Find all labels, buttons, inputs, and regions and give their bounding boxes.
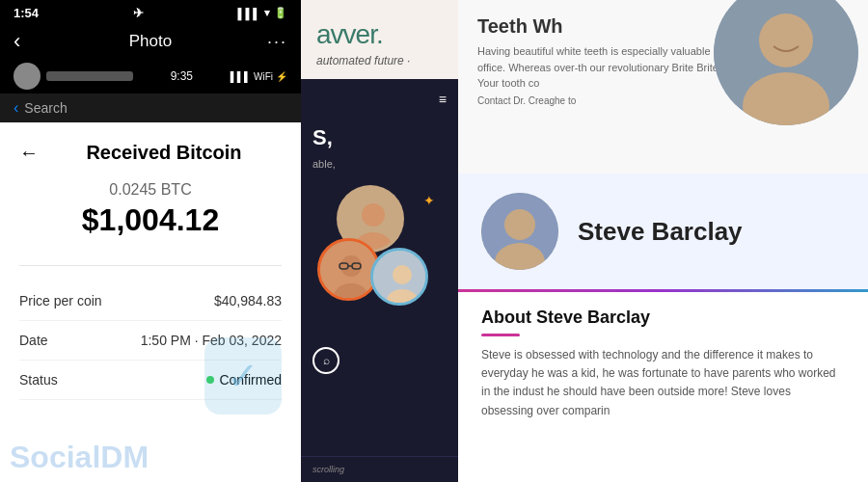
check-icon: ✓ — [204, 337, 282, 415]
price-value: $40,984.83 — [214, 293, 282, 308]
svg-point-16 — [504, 209, 535, 240]
bitcoin-panel: 1:54 ✈ ▌▌▌ ▾ 🔋 ‹ Photo ··· 9:35 ▌▌▌ WiFi… — [0, 0, 301, 482]
portrait-area — [714, 0, 858, 125]
hamburger-menu[interactable]: ≡ — [439, 91, 447, 110]
price-label: Price per coin — [19, 293, 102, 308]
btc-header: ← Received Bitcoin — [19, 142, 282, 164]
star-icon: ✦ — [423, 193, 435, 208]
photo-header: ‹ Photo ··· — [0, 24, 301, 59]
avver-sub: able, — [312, 158, 336, 170]
avver-logo: avver. — [316, 19, 443, 50]
second-status-bar: 9:35 ▌▌▌ WiFi ⚡ — [0, 59, 301, 94]
status-label: Status — [19, 372, 58, 388]
about-text: Steve is obsessed with technology and th… — [481, 346, 845, 420]
teeth-section: Teeth Wh Having beautiful white teeth is… — [458, 0, 868, 174]
btc-fiat-amount: $1,004.12 — [19, 202, 282, 238]
avver-panel: avver. automated future · ≡ S, able, — [301, 0, 458, 482]
search-back-chevron[interactable]: ‹ — [14, 99, 18, 117]
svg-point-10 — [393, 265, 412, 284]
battery-icon: 🔋 — [274, 7, 287, 19]
btc-back-arrow[interactable]: ← — [19, 142, 39, 164]
avatar-3 — [370, 248, 428, 306]
btc-amount-section: 0.0245 BTC $1,004.12 — [19, 181, 282, 238]
svg-point-1 — [362, 203, 385, 227]
back-arrow[interactable]: ‹ — [14, 29, 20, 54]
photo-title: Photo — [129, 32, 172, 51]
steve-about-section: About Steve Barclay Steve is obsessed wi… — [458, 292, 868, 482]
date-label: Date — [19, 333, 48, 348]
svg-point-13 — [759, 13, 813, 67]
username — [46, 71, 133, 81]
second-time: 9:35 — [171, 69, 193, 83]
btc-page-title: Received Bitcoin — [46, 142, 282, 164]
bitcoin-content: ← Received Bitcoin 0.0245 BTC $1,004.12 … — [0, 122, 301, 482]
scrolling-text: scrolling — [312, 465, 447, 474]
user-avatar — [14, 63, 41, 90]
avver-text-s: S, — [312, 125, 333, 150]
signal2-icon: ▌▌▌ — [231, 71, 251, 82]
battery2-icon: ⚡ — [276, 71, 287, 82]
avver-tagline: automated future · — [316, 54, 443, 67]
btc-crypto-amount: 0.0245 BTC — [19, 181, 282, 199]
price-row: Price per coin $40,984.83 — [19, 281, 282, 321]
avver-top: avver. automated future · — [301, 0, 458, 79]
steve-panel: Teeth Wh Having beautiful white teeth is… — [458, 0, 868, 482]
steve-avatar — [481, 193, 558, 270]
search-circle[interactable]: ⌕ — [312, 347, 339, 374]
about-underline — [481, 334, 520, 336]
location-icon: ✈ — [133, 6, 144, 20]
avver-bottom: scrolling — [301, 456, 458, 482]
avver-dark-section: ≡ S, able, — [301, 79, 458, 456]
watermark: ✓ SocialDM — [0, 442, 301, 472]
social-dm-watermark: SocialDM — [10, 442, 149, 472]
about-title: About Steve Barclay — [481, 308, 845, 328]
search-label: Search — [24, 100, 67, 116]
steve-name: Steve Barclay — [578, 217, 743, 247]
time-display: 1:54 — [14, 6, 39, 20]
steve-profile-section: Steve Barclay — [458, 174, 868, 289]
wifi-icon: ▾ — [264, 7, 270, 19]
more-options[interactable]: ··· — [267, 32, 287, 52]
avatar-2 — [317, 238, 380, 301]
avatar-group: ✦ — [317, 185, 443, 339]
signal-icon: ▌▌▌ — [238, 8, 260, 19]
search-bar[interactable]: ‹ Search — [0, 94, 301, 122]
status-bar: 1:54 ✈ ▌▌▌ ▾ 🔋 — [0, 0, 301, 24]
wifi2-icon: WiFi — [254, 71, 273, 82]
